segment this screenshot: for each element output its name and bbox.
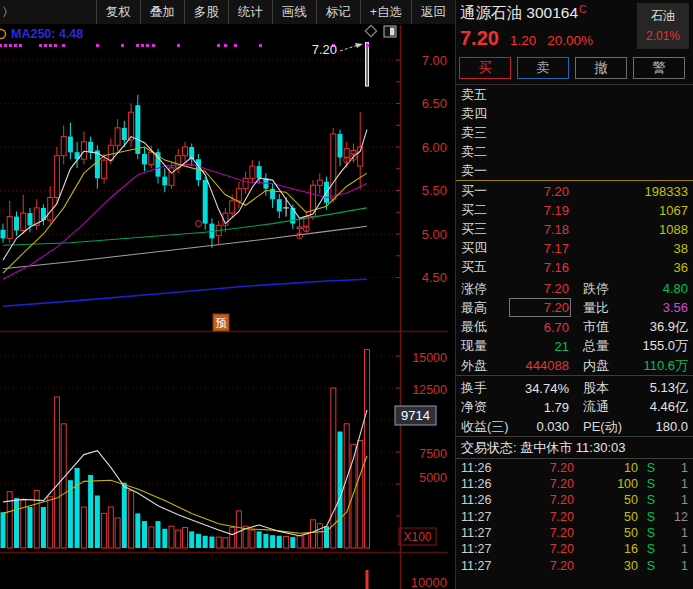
trade-tick-row: 11:277.2016S1: [456, 541, 693, 557]
tick-volume: 30: [574, 559, 638, 573]
panel-layout-icon-fill: [390, 28, 395, 36]
toolbar-button-drawline[interactable]: 画线: [272, 0, 316, 24]
trade-tick-row: 11:267.2010S1: [456, 459, 693, 475]
tick-time: 11:27: [461, 542, 501, 556]
toolbar-button-back[interactable]: 返回: [411, 0, 455, 24]
toolbar-button-restoration[interactable]: 复权: [96, 0, 140, 24]
sector-box[interactable]: 石油 2.01%: [637, 3, 689, 49]
tick-price: 7.20: [501, 477, 574, 491]
stat-value: 7.20: [511, 300, 569, 315]
bid-volume: 198333: [569, 184, 688, 199]
tick-count: 1: [664, 542, 688, 556]
price-axis-4.50: 4.50: [422, 270, 447, 285]
ask-levels: 卖五卖四卖三卖二卖一: [456, 85, 693, 180]
alert-button[interactable]: 警: [633, 57, 685, 79]
stat-value: 7.20: [511, 281, 569, 296]
tick-count: 1: [664, 493, 688, 507]
stat-row: 换手34.74%股本5.13亿: [456, 378, 693, 397]
sell-button[interactable]: 卖: [517, 57, 569, 79]
stock-name: 通源石油: [460, 4, 522, 21]
quote-panel: 通源石油 300164C 7.20 1.20 20.00% 石油 2.01% 买…: [455, 0, 693, 589]
toolbar-button-add-watchlist[interactable]: +自选: [360, 0, 411, 24]
bid-row[interactable]: 买三7.181088: [456, 220, 693, 239]
stock-code: 300164: [526, 4, 578, 21]
stat-row: 最低6.70市值36.9亿: [456, 318, 693, 337]
toolbar-button-mark[interactable]: 标记: [316, 0, 360, 24]
stat-label: 股本: [583, 379, 635, 397]
tick-volume: 50: [574, 526, 638, 540]
bid-label: 买三: [461, 220, 507, 238]
sector-name: 石油: [637, 8, 689, 25]
stat-row: 最高7.20量比3.56: [456, 298, 693, 317]
tick-volume: 50: [574, 493, 638, 507]
volume-axis-12500: 12500: [412, 383, 447, 397]
ask-row[interactable]: 卖二: [456, 142, 693, 161]
stat-value: 110.6万: [635, 357, 688, 375]
registration-flag: C: [579, 3, 587, 15]
sector-change-pct: 2.01%: [637, 29, 689, 43]
stat-label: 收益(三): [461, 418, 511, 436]
ask-row[interactable]: 卖五: [456, 85, 693, 104]
price-axis-7.00: 7.00: [422, 53, 447, 68]
tick-time: 11:26: [461, 461, 501, 475]
ma250-label: MA250: 4.48: [11, 27, 83, 41]
bid-label: 买一: [461, 182, 507, 200]
kline-chart[interactable]: MA250: 4.48 7.20 7.00 6.50 6.00 5.50 5.0…: [0, 0, 455, 589]
stat-label: 净资: [461, 398, 511, 416]
bid-volume: 36: [569, 260, 688, 275]
tick-side: S: [638, 477, 664, 491]
tick-count: 1: [664, 477, 688, 491]
stat-value: 1.79: [511, 400, 569, 415]
bid-price: 7.16: [507, 260, 569, 275]
tick-side: S: [638, 461, 664, 475]
bid-row[interactable]: 买一7.20198333: [456, 181, 693, 200]
stat-value: 0.030: [511, 419, 569, 434]
stat-row: 收益(三)0.030PE(动)180.0: [456, 417, 693, 436]
diamond-marker-icon[interactable]: [365, 25, 376, 36]
tick-volume: 100: [574, 477, 638, 491]
bid-row[interactable]: 买五7.1636: [456, 258, 693, 277]
last-price: 7.20: [460, 27, 499, 50]
bid-volume: 1088: [569, 222, 688, 237]
stat-value: 21: [511, 339, 569, 354]
bid-price: 7.18: [507, 222, 569, 237]
bid-row[interactable]: 买二7.191067: [456, 201, 693, 220]
ask-row[interactable]: 卖三: [456, 123, 693, 142]
buy-button[interactable]: 买: [459, 57, 511, 79]
tick-time: 11:26: [461, 493, 501, 507]
ask-label: 卖二: [461, 143, 507, 161]
tick-price: 7.20: [501, 542, 574, 556]
trade-tick-row: 11:267.2050S1: [456, 492, 693, 508]
stat-label: 总量: [583, 337, 635, 355]
stat-row: 外盘444088内盘110.6万: [456, 356, 693, 375]
trading-status: 交易状态: 盘中休市 11:30:03: [456, 437, 693, 458]
cancel-order-button[interactable]: 撤: [575, 57, 627, 79]
trade-buttons: 买 卖 撤 警: [456, 52, 693, 85]
bid-label: 买二: [461, 201, 507, 219]
price-axis-5.50: 5.50: [422, 183, 447, 198]
stat-label: 市值: [583, 318, 635, 336]
tick-count: 12: [664, 510, 688, 524]
tick-price: 7.20: [501, 461, 574, 475]
bid-row[interactable]: 买四7.1738: [456, 239, 693, 258]
quote-header: 通源石油 300164C 7.20 1.20 20.00% 石油 2.01%: [456, 0, 693, 52]
stat-row: 净资1.79流通4.46亿: [456, 398, 693, 417]
tick-price: 7.20: [501, 493, 574, 507]
price-axis-6.00: 6.00: [422, 140, 447, 155]
window-chevron: 〉: [0, 4, 14, 21]
toolbar-button-statistics[interactable]: 统计: [228, 0, 272, 24]
toolbar-button-overlay[interactable]: 叠加: [140, 0, 184, 24]
ask-row[interactable]: 卖四: [456, 104, 693, 123]
volume-axis-15000: 15000: [412, 351, 447, 365]
forecast-badge-label: 预: [216, 317, 227, 329]
tick-side: S: [638, 542, 664, 556]
stat-value: 3.56: [635, 300, 688, 315]
bid-price: 7.19: [507, 203, 569, 218]
panel3-axis-label: 10000: [411, 575, 447, 589]
trade-tick-list[interactable]: 11:267.2010S111:267.20100S111:267.2050S1…: [456, 459, 693, 589]
stat-value: 180.0: [635, 419, 688, 434]
price-axis-6.50: 6.50: [422, 96, 447, 111]
stat-label: 最高: [461, 299, 511, 317]
ask-row[interactable]: 卖一: [456, 161, 693, 180]
toolbar-button-multistock[interactable]: 多股: [184, 0, 228, 24]
